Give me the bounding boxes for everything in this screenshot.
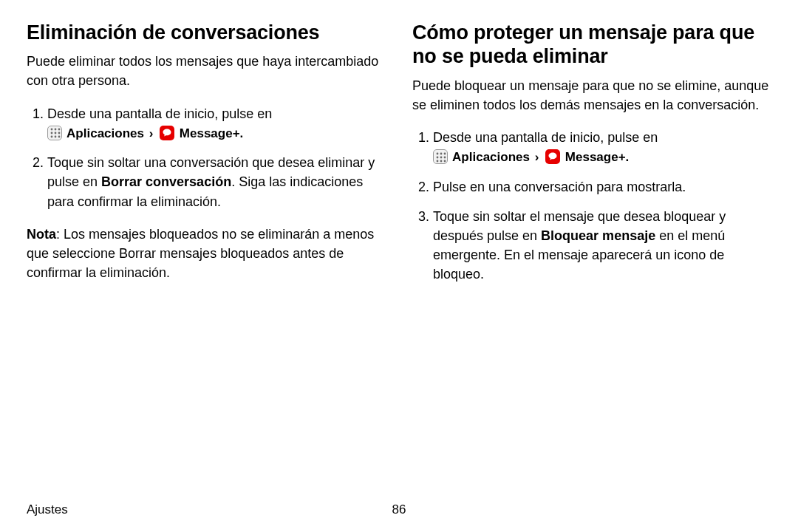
footer-page-number: 86 [392, 502, 406, 517]
step-text: Desde una pantalla de inicio, pulse en [433, 130, 658, 145]
message-plus-label: Message+ [565, 150, 626, 164]
svg-point-9 [436, 152, 438, 154]
svg-point-2 [58, 129, 60, 131]
right-heading: Cómo proteger un mensaje para que no se … [412, 21, 771, 69]
note-label: Nota [27, 227, 56, 242]
left-step-1: Desde una pantalla de inicio, pulse en A… [47, 104, 386, 143]
apps-grid-icon [47, 126, 62, 140]
svg-point-6 [50, 136, 52, 138]
svg-point-0 [50, 129, 52, 131]
step2-bold: Borrar conversación [101, 174, 231, 189]
right-step-1: Desde una pantalla de inicio, pulse en A… [433, 128, 771, 167]
right-intro: Puede bloquear un mensaje para que no se… [412, 76, 771, 115]
apps-path: Aplicaciones › Message+. [47, 126, 243, 140]
period: . [240, 126, 244, 140]
footer-section-label: Ajustes [27, 502, 68, 517]
step3-bold: Bloquear mensaje [541, 228, 655, 243]
svg-point-1 [54, 129, 56, 131]
footer-spacer [768, 502, 771, 517]
apps-label: Aplicaciones [452, 150, 530, 164]
chevron-right-icon: › [535, 150, 539, 164]
right-column: Cómo proteger un mensaje para que no se … [412, 21, 771, 495]
apps-path: Aplicaciones › Message+. [433, 150, 629, 164]
svg-point-10 [440, 152, 442, 154]
svg-point-4 [54, 132, 56, 134]
left-step-2: Toque sin soltar una conversación que de… [47, 153, 386, 211]
svg-point-15 [436, 160, 438, 162]
period: . [626, 150, 630, 164]
manual-page: Eliminación de conversaciones Puede elim… [0, 0, 798, 532]
svg-point-7 [54, 136, 56, 138]
right-steps: Desde una pantalla de inicio, pulse en A… [412, 128, 771, 284]
left-intro: Puede eliminar todos los mensajes que ha… [27, 52, 386, 90]
svg-point-11 [443, 152, 446, 154]
svg-point-5 [58, 132, 60, 134]
message-plus-icon [545, 149, 560, 164]
svg-point-13 [440, 156, 442, 158]
message-plus-label: Message+ [180, 126, 240, 140]
page-footer: Ajustes 86 [27, 495, 771, 517]
step-text: Desde una pantalla de inicio, pulse en [47, 106, 272, 121]
two-column-layout: Eliminación de conversaciones Puede elim… [27, 21, 771, 495]
left-column: Eliminación de conversaciones Puede elim… [27, 21, 386, 495]
svg-point-12 [436, 156, 438, 158]
svg-point-3 [50, 132, 52, 134]
apps-grid-icon [433, 149, 448, 164]
left-heading: Eliminación de conversaciones [27, 21, 386, 44]
svg-point-17 [443, 160, 446, 162]
left-note: Nota: Los mensajes bloqueados no se elim… [27, 225, 386, 282]
note-body: : Los mensajes bloqueados no se eliminar… [27, 227, 374, 280]
svg-point-16 [440, 160, 442, 162]
apps-label: Aplicaciones [66, 126, 144, 140]
right-step-3: Toque sin soltar el mensaje que desea bl… [433, 207, 771, 284]
svg-point-14 [443, 156, 446, 158]
right-step-2: Pulse en una conversación para mostrarla… [433, 177, 771, 197]
message-plus-icon [160, 126, 174, 140]
chevron-right-icon: › [149, 126, 154, 140]
svg-point-8 [58, 136, 60, 138]
left-steps: Desde una pantalla de inicio, pulse en A… [27, 104, 386, 211]
